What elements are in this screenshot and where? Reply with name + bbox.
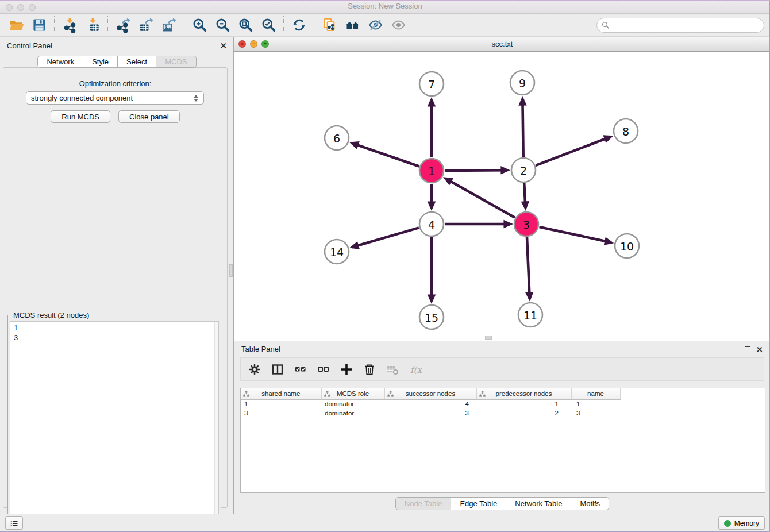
close-panel-button[interactable]: Close panel bbox=[118, 110, 180, 123]
delete-columns-button[interactable] bbox=[359, 360, 380, 379]
deselect-all-rows-button[interactable] bbox=[313, 360, 334, 379]
hide-selected-button[interactable] bbox=[364, 16, 387, 35]
edge-3-10[interactable] bbox=[540, 227, 611, 242]
export-image-button[interactable] bbox=[157, 16, 180, 35]
result-scrollbar[interactable] bbox=[214, 322, 218, 531]
graph-node-8[interactable]: 8 bbox=[614, 119, 638, 143]
add-column-button[interactable] bbox=[336, 360, 357, 379]
tab-network[interactable]: Network bbox=[37, 56, 83, 68]
status-bar: Memory bbox=[0, 514, 770, 532]
import-network-button[interactable] bbox=[58, 16, 81, 35]
tab-motifs[interactable]: Motifs bbox=[571, 497, 609, 510]
criterion-dropdown[interactable]: strongly connected component bbox=[26, 91, 204, 105]
network-canvas[interactable]: 7968124314101511 bbox=[234, 52, 770, 340]
table-cell[interactable]: dominator bbox=[321, 408, 384, 418]
search-input[interactable] bbox=[613, 21, 759, 30]
search-field[interactable] bbox=[596, 18, 764, 33]
close-panel-icon[interactable]: ⨯ bbox=[220, 43, 227, 48]
table-row[interactable]: 3dominator323 bbox=[241, 408, 620, 418]
column-header-successor-nodes[interactable]: successor nodes bbox=[384, 388, 476, 399]
table-cell[interactable]: 3 bbox=[571, 408, 620, 418]
import-table-button[interactable] bbox=[81, 16, 104, 35]
edge-3-11[interactable] bbox=[527, 237, 530, 299]
save-session-button[interactable] bbox=[28, 16, 51, 35]
column-header-predecessor-nodes[interactable]: predecessor nodes bbox=[476, 388, 571, 399]
graph-node-2[interactable]: 2 bbox=[511, 158, 536, 182]
column-header-shared-name[interactable]: shared name bbox=[241, 388, 321, 399]
edge-1-6[interactable] bbox=[352, 143, 419, 166]
graph-node-11[interactable]: 11 bbox=[518, 303, 542, 327]
splitter-grip[interactable] bbox=[229, 264, 233, 277]
tab-network-table[interactable]: Network Table bbox=[506, 497, 571, 510]
table-cell[interactable]: 1 bbox=[571, 399, 620, 408]
refresh-view-button[interactable] bbox=[287, 16, 310, 35]
graph-node-14[interactable]: 14 bbox=[325, 240, 349, 264]
show-all-icon: > bbox=[391, 17, 406, 33]
task-history-button[interactable] bbox=[5, 516, 23, 530]
zoom-fit-button[interactable] bbox=[234, 16, 257, 35]
edge-3-1[interactable] bbox=[445, 179, 515, 218]
graph-node-9[interactable]: 9 bbox=[510, 71, 534, 95]
tab-style[interactable]: Style bbox=[83, 56, 118, 68]
edge-1-2[interactable] bbox=[445, 170, 507, 171]
table-cell[interactable]: 1 bbox=[241, 399, 321, 408]
edge-2-3[interactable] bbox=[524, 183, 525, 208]
zoom-selected-button[interactable] bbox=[257, 16, 280, 35]
criterion-dropdown-value: strongly connected component bbox=[31, 94, 192, 102]
table-cell[interactable]: 3 bbox=[384, 408, 476, 418]
edge-2-9[interactable] bbox=[522, 99, 523, 157]
table-settings-button[interactable] bbox=[244, 360, 265, 379]
graph-node-10[interactable]: 10 bbox=[615, 234, 639, 258]
home-button[interactable] bbox=[341, 16, 364, 35]
table-row[interactable]: 1dominator411 bbox=[241, 399, 620, 408]
toolbar-separator bbox=[314, 16, 314, 34]
table-cell[interactable]: 2 bbox=[476, 408, 571, 418]
table-cell[interactable]: dominator bbox=[321, 399, 384, 408]
mcds-result-title: MCDS result (2 nodes) bbox=[11, 311, 91, 319]
graph-node-1[interactable]: 1 bbox=[419, 159, 444, 183]
svg-text:11: 11 bbox=[523, 309, 537, 322]
network-titlebar[interactable]: × − + scc.txt bbox=[234, 37, 770, 52]
graph-node-4[interactable]: 4 bbox=[419, 212, 444, 236]
delete-table-button[interactable] bbox=[382, 360, 403, 379]
edge-4-14[interactable] bbox=[352, 228, 419, 247]
export-table-button[interactable] bbox=[134, 16, 157, 35]
canvas-resize-grip[interactable] bbox=[485, 336, 492, 340]
table-cell[interactable]: 4 bbox=[384, 399, 476, 408]
tab-edge-table[interactable]: Edge Table bbox=[451, 497, 506, 510]
float-table-panel-icon[interactable] bbox=[745, 346, 750, 352]
zoom-in-button[interactable] bbox=[188, 16, 211, 35]
table-cell[interactable]: 1 bbox=[476, 399, 571, 408]
clone-network-button[interactable] bbox=[318, 16, 341, 35]
run-mcds-button[interactable]: Run MCDS bbox=[51, 110, 110, 123]
graph-node-3[interactable]: 3 bbox=[514, 212, 538, 236]
column-header-MCDS-role[interactable]: MCDS role bbox=[321, 388, 384, 399]
zoom-out-button[interactable] bbox=[211, 16, 234, 35]
open-session-button[interactable] bbox=[5, 16, 28, 35]
network-window: × − + scc.txt 7968124314101511 bbox=[234, 37, 770, 341]
edge-2-8[interactable] bbox=[536, 137, 611, 165]
graph-node-6[interactable]: 6 bbox=[325, 126, 349, 150]
memory-button[interactable]: Memory bbox=[718, 516, 765, 530]
function-builder-button[interactable]: f(x) bbox=[405, 360, 426, 379]
export-network-button[interactable] bbox=[111, 16, 134, 35]
graph-node-15[interactable]: 15 bbox=[419, 305, 444, 329]
float-panel-icon[interactable] bbox=[209, 43, 214, 48]
show-all-button[interactable]: > bbox=[387, 16, 410, 35]
table-cell[interactable]: 3 bbox=[241, 408, 321, 418]
mcds-result-box[interactable]: 1 3 bbox=[10, 321, 219, 531]
panel-splitter[interactable] bbox=[230, 37, 234, 514]
show-columns-button[interactable] bbox=[267, 360, 288, 379]
column-type-icon bbox=[479, 391, 486, 397]
svg-text:2: 2 bbox=[520, 164, 527, 177]
tab-select[interactable]: Select bbox=[118, 56, 156, 68]
list-icon bbox=[9, 518, 19, 529]
tab-mcds[interactable]: MCDS bbox=[156, 56, 196, 68]
column-header-name[interactable]: name bbox=[571, 388, 620, 399]
select-all-rows-button[interactable] bbox=[290, 360, 311, 379]
close-table-panel-icon[interactable]: ⨯ bbox=[756, 346, 763, 352]
graph-node-7[interactable]: 7 bbox=[419, 72, 444, 96]
tab-node-table[interactable]: Node Table bbox=[395, 497, 452, 510]
table-header-row: shared nameMCDS rolesuccessor nodesprede… bbox=[241, 388, 620, 399]
zoom-fit-icon bbox=[238, 17, 253, 33]
